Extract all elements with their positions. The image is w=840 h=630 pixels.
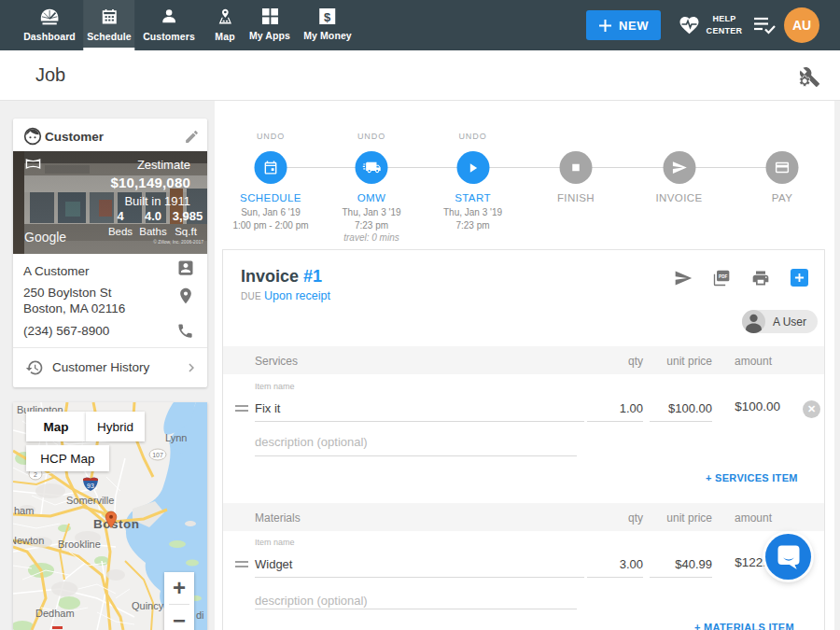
svg-text:107: 107 <box>152 452 163 458</box>
svg-text:Dedham: Dedham <box>35 608 75 619</box>
svg-text:2: 2 <box>34 471 37 478</box>
svg-text:Brookline: Brookline <box>58 539 101 550</box>
svg-text:Newton: Newton <box>13 535 44 546</box>
svg-text:Somerville: Somerville <box>66 495 114 506</box>
svg-text:93: 93 <box>87 483 94 489</box>
svg-text:di: di <box>196 609 204 621</box>
svg-text:Lynn: Lynn <box>165 432 187 443</box>
svg-text:ham: ham <box>14 505 34 516</box>
svg-text:$: $ <box>324 10 331 24</box>
svg-text:Quincy: Quincy <box>132 600 164 611</box>
svg-text:PDF: PDF <box>719 274 727 279</box>
